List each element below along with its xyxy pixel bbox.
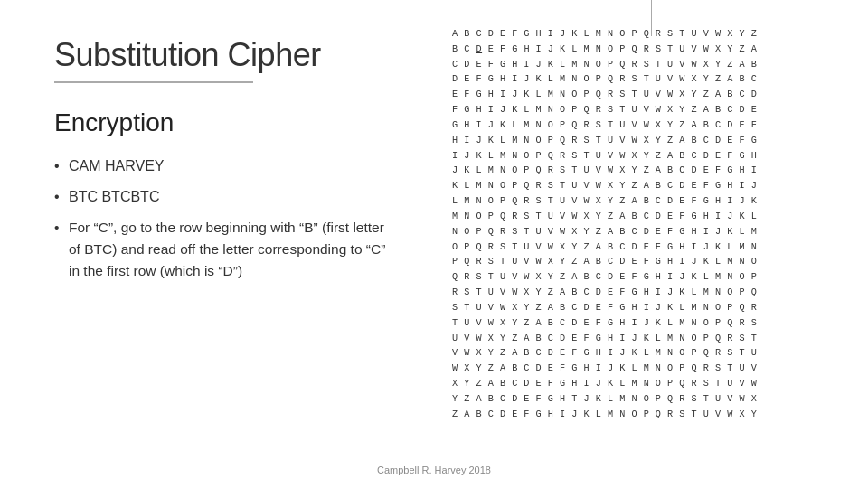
cipher-row: G H I J K L M N O P Q R S T U V W X Y Z … (452, 118, 757, 134)
cipher-row: F G H I J K L M N O P Q R S T U V W X Y … (452, 103, 757, 118)
slide-title: Substitution Cipher (54, 36, 389, 74)
cipher-row: X Y Z A B C D E F G H I J K L M N O P Q … (452, 377, 757, 392)
cipher-row: U V W X Y Z A B C D E F G H I J K L M N … (452, 332, 757, 347)
cipher-row: E F G H I J K L M N O P Q R S T U V W X … (452, 88, 757, 103)
footer-text: Campbell R. Harvey 2018 (377, 465, 491, 475)
cipher-row: O P Q R S T U V W X Y Z A B C D E F G H … (452, 240, 757, 256)
slide: Substitution Cipher Encryption CAM HARVE… (0, 0, 868, 488)
cipher-row: K L M N O P Q R S T U V W X Y Z A B C D … (452, 179, 757, 194)
cipher-row: S T U V W X Y Z A B C D E F G H I J K L … (452, 301, 757, 316)
cipher-row: N O P Q R S T U V W X Y Z A B C D E F G … (452, 225, 757, 240)
cipher-row: Z A B C D E F G H I J K L M N O P Q R S … (452, 408, 757, 423)
right-panel: A B C D E F G H I J K L M N O P Q R S T … (434, 0, 868, 488)
encryption-heading: Encryption (54, 108, 389, 137)
bullet-1: CAM HARVEY (54, 155, 389, 177)
cipher-row: M N O P Q R S T U V W X Y Z A B C D E F … (452, 210, 757, 225)
cipher-row: W X Y Z A B C D E F G H I J K L M N O P … (452, 361, 757, 377)
top-line-divider (651, 0, 652, 36)
title-divider (54, 81, 253, 83)
cipher-table: A B C D E F G H I J K L M N O P Q R S T … (452, 27, 757, 423)
left-panel: Substitution Cipher Encryption CAM HARVE… (0, 0, 434, 488)
cipher-row: D E F G H I J K L M N O P Q R S T U V W … (452, 72, 757, 88)
cipher-row: Q R S T U V W X Y Z A B C D E F G H I J … (452, 270, 757, 286)
bullet-2: BTC BTCBTC (54, 186, 389, 208)
bullet-3: For “C”, go to the row beginning with “B… (54, 217, 389, 282)
cipher-row: P Q R S T U V W X Y Z A B C D E F G H I … (452, 255, 757, 270)
bullet-list: CAM HARVEY BTC BTCBTC For “C”, go to the… (54, 155, 389, 291)
cipher-row: Y Z A B C D E F G H T J K L M N O P Q R … (452, 392, 757, 408)
cipher-row: R S T U V W X Y Z A B C D E F G H I J K … (452, 286, 757, 301)
cipher-row: B C D E F G H I J K L M N O P Q R S T U … (452, 42, 757, 58)
cipher-row: T U V W X Y Z A B C D E F G H I J K L M … (452, 316, 757, 332)
cipher-row: C D E F G H I J K L M N O P Q R S T U V … (452, 58, 757, 73)
cipher-row: V W X Y Z A B C D E F G H I J K L M N O … (452, 346, 757, 361)
cipher-row: I J K L M N O P Q R S T U V W X Y Z A B … (452, 149, 757, 164)
cipher-row: A B C D E F G H I J K L M N O P Q R S T … (452, 27, 757, 42)
cipher-row: J K L M N O P Q R S T U V W X Y Z A B C … (452, 164, 757, 179)
cipher-row: L M N O P Q R S T U V W X Y Z A B C D E … (452, 194, 757, 210)
cipher-row: H I J K L M N O P Q R S T U V W X Y Z A … (452, 134, 757, 149)
